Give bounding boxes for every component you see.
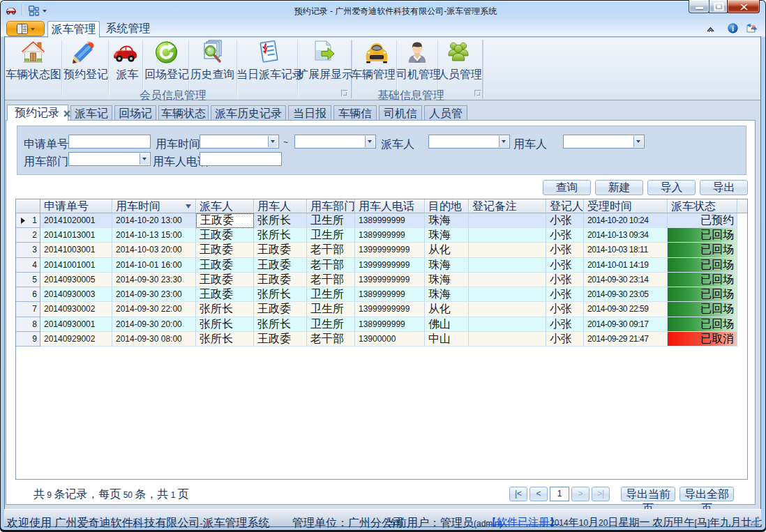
svg-text:i: i bbox=[732, 24, 734, 33]
